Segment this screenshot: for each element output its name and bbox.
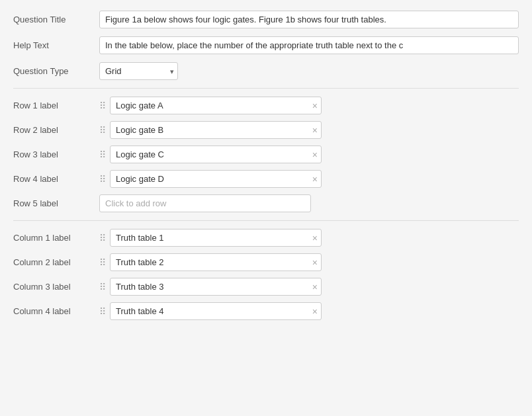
col-remove-btn-2[interactable]: × bbox=[312, 258, 318, 267]
question-type-label: Question Type bbox=[13, 62, 99, 76]
drag-handle-1[interactable]: ⠿ bbox=[99, 101, 106, 111]
row-item-3: Row 3 label ⠿ × bbox=[13, 146, 519, 163]
col-remove-btn-4[interactable]: × bbox=[312, 307, 318, 316]
add-row-input-wrapper bbox=[99, 194, 311, 212]
row-input-3[interactable] bbox=[110, 146, 322, 163]
col-drag-handle-3[interactable]: ⠿ bbox=[99, 282, 106, 292]
column-item-1: Column 1 label ⠿ × bbox=[13, 229, 519, 247]
add-row-label: Row 5 label bbox=[13, 198, 99, 208]
add-row-item: Row 5 label bbox=[13, 194, 519, 212]
col-input-3[interactable] bbox=[110, 278, 322, 296]
divider-1 bbox=[13, 88, 519, 89]
help-text-input[interactable] bbox=[99, 36, 519, 54]
column-label-1: Column 1 label bbox=[13, 233, 99, 243]
col-input-wrapper-4: × bbox=[110, 302, 322, 320]
col-drag-handle-4[interactable]: ⠿ bbox=[99, 306, 106, 317]
row-label-1: Row 1 label bbox=[13, 101, 99, 110]
question-type-row: Question Type Grid Multiple Choice Short… bbox=[13, 62, 519, 80]
column-label-4: Column 4 label bbox=[13, 306, 99, 316]
drag-handle-2[interactable]: ⠿ bbox=[99, 125, 106, 136]
col-remove-btn-1[interactable]: × bbox=[312, 233, 318, 243]
row-input-wrapper-3: × bbox=[110, 146, 322, 163]
row-item-1: Row 1 label ⠿ × bbox=[13, 97, 519, 114]
row-remove-btn-2[interactable]: × bbox=[312, 126, 318, 135]
col-input-2[interactable] bbox=[110, 253, 322, 271]
help-text-label: Help Text bbox=[13, 36, 99, 50]
help-text-control bbox=[99, 36, 519, 54]
row-input-2[interactable] bbox=[110, 121, 322, 139]
column-item-3: Column 3 label ⠿ × bbox=[13, 278, 519, 296]
row-item-2: Row 2 label ⠿ × bbox=[13, 121, 519, 139]
row-label-4: Row 4 label bbox=[13, 174, 99, 184]
column-label-2: Column 2 label bbox=[13, 257, 99, 267]
question-type-control: Grid Multiple Choice Short Answer bbox=[99, 62, 519, 80]
column-item-2: Column 2 label ⠿ × bbox=[13, 253, 519, 271]
help-text-row: Help Text bbox=[13, 36, 519, 54]
row-input-wrapper-2: × bbox=[110, 121, 322, 139]
columns-container: Column 1 label ⠿ × Column 2 label ⠿ × Co… bbox=[13, 229, 519, 320]
row-remove-btn-3[interactable]: × bbox=[312, 150, 318, 159]
column-item-4: Column 4 label ⠿ × bbox=[13, 302, 519, 320]
row-input-wrapper-1: × bbox=[110, 97, 322, 114]
row-input-1[interactable] bbox=[110, 97, 322, 114]
col-input-1[interactable] bbox=[110, 229, 322, 247]
row-item-4: Row 4 label ⠿ × bbox=[13, 170, 519, 188]
col-input-wrapper-1: × bbox=[110, 229, 322, 247]
column-label-3: Column 3 label bbox=[13, 282, 99, 292]
col-drag-handle-1[interactable]: ⠿ bbox=[99, 233, 106, 243]
divider-2 bbox=[13, 220, 519, 221]
form-container: Question Title Help Text Question Type G… bbox=[0, 0, 532, 416]
row-remove-btn-4[interactable]: × bbox=[312, 175, 318, 184]
question-title-input[interactable] bbox=[99, 11, 519, 28]
row-label-3: Row 3 label bbox=[13, 149, 99, 159]
col-input-wrapper-3: × bbox=[110, 278, 322, 296]
question-type-select-wrapper: Grid Multiple Choice Short Answer bbox=[99, 62, 178, 80]
question-title-label: Question Title bbox=[13, 11, 99, 24]
row-remove-btn-1[interactable]: × bbox=[312, 101, 318, 110]
question-type-select[interactable]: Grid Multiple Choice Short Answer bbox=[99, 62, 178, 80]
row-input-wrapper-4: × bbox=[110, 170, 322, 188]
col-input-wrapper-2: × bbox=[110, 253, 322, 271]
add-row-input[interactable] bbox=[99, 194, 311, 212]
drag-handle-3[interactable]: ⠿ bbox=[99, 149, 106, 160]
drag-handle-4[interactable]: ⠿ bbox=[99, 174, 106, 185]
row-input-4[interactable] bbox=[110, 170, 322, 188]
col-input-4[interactable] bbox=[110, 302, 322, 320]
question-title-control bbox=[99, 11, 519, 28]
row-label-2: Row 2 label bbox=[13, 125, 99, 135]
rows-container: Row 1 label ⠿ × Row 2 label ⠿ × Row 3 la… bbox=[13, 97, 519, 188]
col-drag-handle-2[interactable]: ⠿ bbox=[99, 257, 106, 268]
question-title-row: Question Title bbox=[13, 11, 519, 28]
add-row-wrapper bbox=[99, 194, 311, 212]
col-remove-btn-3[interactable]: × bbox=[312, 282, 318, 292]
